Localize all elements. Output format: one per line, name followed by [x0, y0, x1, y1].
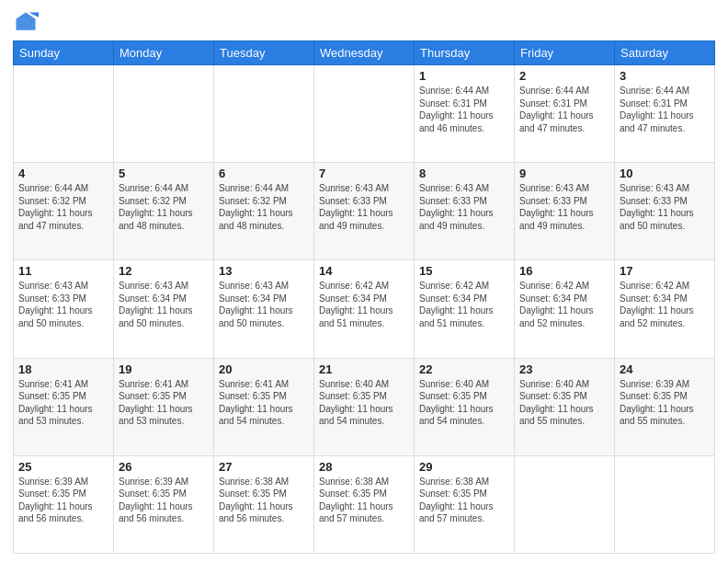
calendar-day-5: 5Sunrise: 6:44 AM Sunset: 6:32 PM Daylig… [114, 163, 214, 260]
day-info: Sunrise: 6:44 AM Sunset: 6:31 PM Dayligh… [419, 85, 509, 134]
day-number: 5 [119, 167, 209, 180]
day-info: Sunrise: 6:40 AM Sunset: 6:35 PM Dayligh… [319, 378, 409, 428]
day-info: Sunrise: 6:43 AM Sunset: 6:33 PM Dayligh… [18, 280, 108, 329]
day-number: 25 [18, 460, 108, 474]
calendar-day-7: 7Sunrise: 6:43 AM Sunset: 6:33 PM Daylig… [314, 163, 415, 260]
calendar-week-row: 1Sunrise: 6:44 AM Sunset: 6:31 PM Daylig… [14, 65, 715, 163]
calendar-day-1: 1Sunrise: 6:44 AM Sunset: 6:31 PM Daylig… [415, 65, 515, 163]
page: SundayMondayTuesdayWednesdayThursdayFrid… [0, 0, 728, 563]
calendar-day-3: 3Sunrise: 6:44 AM Sunset: 6:31 PM Daylig… [615, 65, 715, 163]
day-info: Sunrise: 6:42 AM Sunset: 6:34 PM Dayligh… [519, 280, 609, 329]
calendar-day-4: 4Sunrise: 6:44 AM Sunset: 6:32 PM Daylig… [14, 163, 114, 260]
calendar-day-18: 18Sunrise: 6:41 AM Sunset: 6:35 PM Dayli… [14, 358, 114, 455]
day-number: 11 [18, 264, 108, 278]
calendar-empty-cell [14, 65, 114, 163]
calendar-table: SundayMondayTuesdayWednesdayThursdayFrid… [13, 40, 715, 554]
day-number: 17 [620, 264, 710, 278]
calendar-day-22: 22Sunrise: 6:40 AM Sunset: 6:35 PM Dayli… [415, 358, 515, 455]
weekday-header-row: SundayMondayTuesdayWednesdayThursdayFrid… [14, 41, 715, 65]
calendar-week-row: 25Sunrise: 6:39 AM Sunset: 6:35 PM Dayli… [14, 455, 715, 553]
calendar-day-8: 8Sunrise: 6:43 AM Sunset: 6:33 PM Daylig… [415, 163, 515, 260]
calendar-empty-cell [615, 455, 715, 553]
day-number: 8 [419, 167, 509, 180]
calendar-day-21: 21Sunrise: 6:40 AM Sunset: 6:35 PM Dayli… [314, 358, 415, 455]
day-info: Sunrise: 6:43 AM Sunset: 6:33 PM Dayligh… [519, 182, 609, 232]
day-number: 9 [519, 167, 609, 180]
calendar-day-23: 23Sunrise: 6:40 AM Sunset: 6:35 PM Dayli… [515, 358, 615, 455]
day-number: 3 [620, 69, 710, 83]
day-info: Sunrise: 6:43 AM Sunset: 6:33 PM Dayligh… [620, 182, 710, 232]
calendar-week-row: 4Sunrise: 6:44 AM Sunset: 6:32 PM Daylig… [14, 163, 715, 260]
day-info: Sunrise: 6:43 AM Sunset: 6:34 PM Dayligh… [119, 280, 209, 329]
calendar-day-12: 12Sunrise: 6:43 AM Sunset: 6:34 PM Dayli… [114, 260, 214, 358]
day-info: Sunrise: 6:40 AM Sunset: 6:35 PM Dayligh… [519, 378, 609, 428]
day-info: Sunrise: 6:40 AM Sunset: 6:35 PM Dayligh… [419, 378, 509, 428]
calendar-day-25: 25Sunrise: 6:39 AM Sunset: 6:35 PM Dayli… [14, 455, 114, 553]
day-number: 13 [219, 264, 309, 278]
weekday-header-monday: Monday [114, 41, 214, 65]
calendar-day-29: 29Sunrise: 6:38 AM Sunset: 6:35 PM Dayli… [415, 455, 515, 553]
calendar-week-row: 18Sunrise: 6:41 AM Sunset: 6:35 PM Dayli… [14, 358, 715, 455]
day-number: 28 [319, 460, 409, 474]
day-info: Sunrise: 6:42 AM Sunset: 6:34 PM Dayligh… [620, 280, 710, 329]
calendar-day-6: 6Sunrise: 6:44 AM Sunset: 6:32 PM Daylig… [214, 163, 314, 260]
calendar-day-14: 14Sunrise: 6:42 AM Sunset: 6:34 PM Dayli… [314, 260, 415, 358]
day-number: 27 [219, 460, 309, 474]
day-info: Sunrise: 6:43 AM Sunset: 6:33 PM Dayligh… [319, 182, 409, 232]
day-info: Sunrise: 6:42 AM Sunset: 6:34 PM Dayligh… [319, 280, 409, 329]
day-info: Sunrise: 6:38 AM Sunset: 6:35 PM Dayligh… [219, 476, 309, 525]
calendar-day-10: 10Sunrise: 6:43 AM Sunset: 6:33 PM Dayli… [615, 163, 715, 260]
calendar-day-24: 24Sunrise: 6:39 AM Sunset: 6:35 PM Dayli… [615, 358, 715, 455]
day-info: Sunrise: 6:39 AM Sunset: 6:35 PM Dayligh… [18, 476, 108, 525]
day-number: 26 [119, 460, 209, 474]
day-number: 14 [319, 264, 409, 278]
day-info: Sunrise: 6:44 AM Sunset: 6:31 PM Dayligh… [519, 85, 609, 134]
day-info: Sunrise: 6:41 AM Sunset: 6:35 PM Dayligh… [219, 378, 309, 428]
day-number: 15 [419, 264, 509, 278]
day-info: Sunrise: 6:44 AM Sunset: 6:32 PM Dayligh… [18, 182, 108, 232]
logo [13, 9, 42, 35]
day-info: Sunrise: 6:41 AM Sunset: 6:35 PM Dayligh… [18, 378, 108, 428]
day-number: 23 [519, 362, 609, 376]
calendar-day-11: 11Sunrise: 6:43 AM Sunset: 6:33 PM Dayli… [14, 260, 114, 358]
calendar-day-27: 27Sunrise: 6:38 AM Sunset: 6:35 PM Dayli… [214, 455, 314, 553]
calendar-empty-cell [515, 455, 615, 553]
day-number: 10 [620, 167, 710, 180]
day-info: Sunrise: 6:44 AM Sunset: 6:31 PM Dayligh… [620, 85, 710, 134]
day-number: 4 [18, 167, 108, 180]
calendar-empty-cell [314, 65, 415, 163]
calendar-day-17: 17Sunrise: 6:42 AM Sunset: 6:34 PM Dayli… [615, 260, 715, 358]
day-number: 2 [519, 69, 609, 83]
day-info: Sunrise: 6:43 AM Sunset: 6:34 PM Dayligh… [219, 280, 309, 329]
day-number: 12 [119, 264, 209, 278]
header [13, 9, 715, 35]
calendar-day-2: 2Sunrise: 6:44 AM Sunset: 6:31 PM Daylig… [515, 65, 615, 163]
day-number: 21 [319, 362, 409, 376]
day-number: 18 [18, 362, 108, 376]
calendar-day-16: 16Sunrise: 6:42 AM Sunset: 6:34 PM Dayli… [515, 260, 615, 358]
day-info: Sunrise: 6:44 AM Sunset: 6:32 PM Dayligh… [119, 182, 209, 232]
weekday-header-tuesday: Tuesday [214, 41, 314, 65]
calendar-day-26: 26Sunrise: 6:39 AM Sunset: 6:35 PM Dayli… [114, 455, 214, 553]
day-info: Sunrise: 6:44 AM Sunset: 6:32 PM Dayligh… [219, 182, 309, 232]
weekday-header-saturday: Saturday [615, 41, 715, 65]
svg-marker-0 [17, 13, 36, 30]
calendar-empty-cell [114, 65, 214, 163]
day-number: 6 [219, 167, 309, 180]
day-number: 16 [519, 264, 609, 278]
day-info: Sunrise: 6:39 AM Sunset: 6:35 PM Dayligh… [620, 378, 710, 428]
day-info: Sunrise: 6:38 AM Sunset: 6:35 PM Dayligh… [319, 476, 409, 525]
calendar-day-20: 20Sunrise: 6:41 AM Sunset: 6:35 PM Dayli… [214, 358, 314, 455]
weekday-header-sunday: Sunday [14, 41, 114, 65]
day-info: Sunrise: 6:43 AM Sunset: 6:33 PM Dayligh… [419, 182, 509, 232]
day-number: 22 [419, 362, 509, 376]
day-number: 20 [219, 362, 309, 376]
calendar-day-19: 19Sunrise: 6:41 AM Sunset: 6:35 PM Dayli… [114, 358, 214, 455]
calendar-day-9: 9Sunrise: 6:43 AM Sunset: 6:33 PM Daylig… [515, 163, 615, 260]
day-number: 7 [319, 167, 409, 180]
weekday-header-friday: Friday [515, 41, 615, 65]
calendar-week-row: 11Sunrise: 6:43 AM Sunset: 6:33 PM Dayli… [14, 260, 715, 358]
day-number: 1 [419, 69, 509, 83]
day-info: Sunrise: 6:42 AM Sunset: 6:34 PM Dayligh… [419, 280, 509, 329]
weekday-header-thursday: Thursday [415, 41, 515, 65]
